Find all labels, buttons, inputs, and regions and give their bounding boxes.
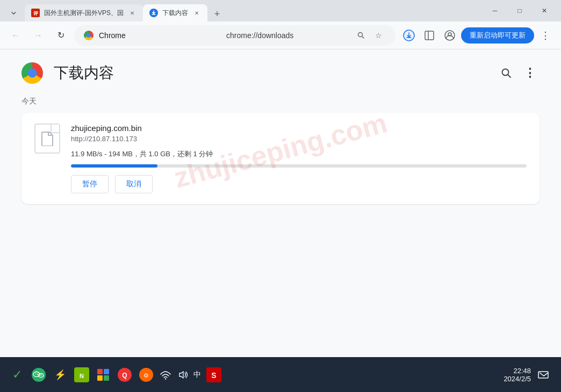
taskbar-clock[interactable]: 22:48 2024/2/5 — [504, 367, 531, 383]
svg-rect-21 — [97, 375, 103, 381]
svg-point-27 — [165, 378, 166, 379]
new-tab-button[interactable]: + — [210, 6, 225, 21]
address-url: chrome://downloads — [226, 31, 348, 40]
download-url: http://210.87.110.173 — [71, 135, 527, 143]
download-item: zhujiceping.com.bin http://210.87.110.17… — [21, 113, 540, 204]
taskbar-icons: ✓ ⚡ N — [9, 366, 499, 383]
progress-bar-fill — [71, 164, 157, 168]
taskbar-icon-ime[interactable]: 中 — [193, 370, 201, 380]
back-button[interactable]: ← — [6, 26, 25, 45]
svg-point-14 — [37, 373, 38, 374]
cancel-button[interactable]: 取消 — [115, 175, 153, 193]
page-header: 下载内容 ⋮ — [21, 62, 540, 84]
taskbar-icon-colorful[interactable] — [95, 366, 112, 383]
tab-strip: 评 国外主机测评-国外VPS、国 ✕ 下载内容 ✕ + — [25, 0, 480, 21]
section-label: 今天 — [21, 97, 540, 106]
tab-1-close[interactable]: ✕ — [128, 9, 136, 17]
forward-button[interactable]: → — [29, 26, 47, 45]
taskbar-icon-nvidia[interactable]: N — [73, 366, 90, 383]
page-header-left: 下载内容 — [21, 62, 114, 84]
page-more-button[interactable]: ⋮ — [520, 63, 540, 83]
side-panel-icon-btn[interactable] — [420, 26, 438, 45]
tab-1-title: 国外主机测评-国外VPS、国 — [44, 9, 124, 18]
taskbar-icon-bluetooth[interactable]: ⚡ — [52, 366, 69, 383]
close-button[interactable]: ✕ — [532, 2, 557, 19]
clock-time: 22:48 — [513, 367, 531, 375]
page-title: 下载内容 — [54, 63, 114, 83]
tab-2-favicon — [149, 9, 158, 17]
chrome-logo-small — [84, 31, 94, 40]
download-status: 11.9 MB/s - 194 MB，共 1.0 GB，还剩 1 分钟 — [71, 149, 527, 159]
svg-text:S: S — [211, 371, 216, 380]
taskbar-notification-icon[interactable] — [535, 366, 552, 383]
title-bar: ⌄ 评 国外主机测评-国外VPS、国 ✕ 下载内容 — [0, 0, 561, 21]
taskbar-icon-qqgame[interactable]: Q — [116, 366, 133, 383]
svg-rect-19 — [97, 369, 103, 374]
download-filename: zhujiceping.com.bin — [71, 124, 527, 133]
toolbar-right: 重新启动即可更新 ⋮ — [400, 26, 555, 45]
profile-icon-btn[interactable] — [441, 26, 459, 45]
pause-button[interactable]: 暂停 — [71, 175, 109, 193]
bookmark-icon-btn[interactable]: ☆ — [371, 28, 386, 43]
page-search-button[interactable] — [497, 63, 516, 83]
svg-text:Q: Q — [122, 372, 127, 379]
svg-text:评: 评 — [33, 11, 39, 16]
svg-point-3 — [358, 32, 363, 37]
chrome-label: Chrome — [99, 31, 221, 40]
update-button[interactable]: 重新启动即可更新 — [461, 27, 534, 43]
taskbar-icon-check[interactable]: ✓ — [9, 366, 26, 383]
chrome-logo-big — [21, 62, 43, 84]
taskbar-icon-volume[interactable] — [176, 368, 189, 381]
clock-date: 2024/2/5 — [504, 375, 531, 383]
tab-1-favicon: 评 — [31, 9, 40, 17]
taskbar-icon-extra[interactable]: ⚙ — [138, 366, 155, 383]
svg-rect-22 — [104, 375, 109, 381]
tab-2[interactable]: 下载内容 ✕ — [143, 4, 207, 21]
download-info: zhujiceping.com.bin http://210.87.110.17… — [71, 124, 527, 193]
taskbar-icon-wifi[interactable] — [159, 368, 172, 381]
toolbar: ← → ↻ Chrome chrome://downloads ☆ — [0, 21, 561, 49]
tab-2-title: 下载内容 — [162, 9, 188, 18]
window-controls-right: ─ □ ✕ — [483, 2, 557, 19]
address-icons: ☆ — [354, 28, 386, 43]
tab-1[interactable]: 评 国外主机测评-国外VPS、国 ✕ — [25, 4, 143, 21]
refresh-button[interactable]: ↻ — [52, 26, 70, 45]
address-bar[interactable]: Chrome chrome://downloads ☆ — [74, 25, 395, 46]
chrome-menu-btn[interactable]: ⌄ — [4, 2, 23, 20]
taskbar: ✓ ⚡ N — [0, 357, 561, 392]
page-content: 下载内容 ⋮ zhujiceping.com 今天 zhujiceping.co… — [0, 49, 561, 357]
taskbar-icon-wechat[interactable] — [30, 366, 47, 383]
svg-text:⚙: ⚙ — [143, 372, 149, 379]
taskbar-icon-sogou[interactable]: S — [205, 366, 222, 383]
page-header-right: ⋮ — [497, 63, 540, 83]
progress-bar-container — [71, 164, 527, 168]
svg-point-16 — [41, 374, 42, 375]
svg-point-15 — [40, 374, 41, 375]
maximize-button[interactable]: □ — [507, 2, 532, 19]
tab-2-close[interactable]: ✕ — [192, 9, 201, 17]
more-menu-button[interactable]: ⋮ — [536, 26, 555, 45]
search-icon-btn[interactable] — [354, 28, 369, 43]
file-icon — [34, 124, 60, 154]
download-actions: 暂停 取消 — [71, 175, 527, 193]
download-icon-btn[interactable] — [400, 26, 418, 45]
minimize-button[interactable]: ─ — [483, 2, 507, 19]
svg-point-13 — [35, 373, 37, 374]
svg-text:N: N — [80, 373, 84, 379]
window-controls-left: ⌄ — [4, 2, 23, 20]
svg-rect-5 — [425, 31, 434, 40]
svg-rect-20 — [104, 369, 109, 374]
